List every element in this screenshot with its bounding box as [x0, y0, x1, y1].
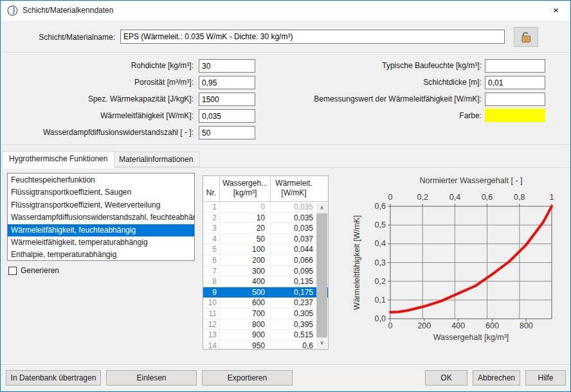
waermekapazitaet-input[interactable] [199, 93, 255, 106]
lock-button[interactable] [514, 27, 538, 47]
table-cell[interactable]: 0,305 [271, 308, 317, 319]
table-cell[interactable]: 500 [220, 287, 271, 298]
conductivity-chart: 00,20,40,60,810,00,10,20,30,40,50,602004… [338, 173, 566, 350]
table-cell[interactable]: 200 [220, 255, 271, 266]
table-cell[interactable]: 2 [203, 213, 220, 224]
table-row[interactable]: 95000,175 [203, 287, 328, 298]
table-row[interactable]: 51000,044 [203, 244, 328, 255]
table-row[interactable]: 106000,237 [203, 298, 328, 308]
list-item[interactable]: Feuchtespeicherfunktion [8, 174, 194, 186]
list-item[interactable]: Wasserdampfdiffusionswiderstandszahl, fe… [8, 211, 194, 224]
exportieren-button[interactable]: Exportieren [202, 370, 293, 386]
table-cell[interactable]: 12 [203, 319, 220, 330]
svg-text:200: 200 [417, 321, 431, 330]
svg-text:1: 1 [550, 193, 554, 202]
table-cell[interactable]: 4 [203, 234, 220, 245]
table-cell[interactable]: 400 [220, 276, 271, 287]
table-cell[interactable]: 800 [220, 319, 271, 330]
table-cell[interactable]: 3 [203, 223, 220, 234]
table-cell[interactable]: 20 [220, 223, 271, 234]
list-item[interactable]: Flüssigtransportkoeffizient, Saugen [8, 186, 194, 199]
table-cell[interactable]: 7 [203, 266, 220, 277]
table-row[interactable]: 100,035 [203, 202, 328, 213]
table-cell[interactable]: 300 [220, 266, 271, 277]
table-cell[interactable]: 100 [220, 244, 271, 255]
svg-text:800: 800 [520, 321, 533, 330]
table-cell[interactable]: 8 [203, 276, 220, 287]
table-scrollbar[interactable]: ∧ ∨ [316, 202, 327, 348]
list-item[interactable]: Flüssigtransportkoeffizient, Weiterverte… [8, 199, 194, 211]
table-cell[interactable]: 0,6 [271, 341, 317, 350]
baufeuchte-label: Typische Baufeuchte [kg/m³]: [269, 59, 482, 73]
table-cell[interactable]: 0,095 [271, 266, 317, 277]
tab-materialinformationen[interactable]: Materialinformationen [112, 152, 200, 167]
table-cell[interactable]: 600 [220, 298, 271, 308]
table-cell[interactable]: 5 [203, 244, 220, 255]
table-cell[interactable]: 0,035 [271, 202, 317, 213]
hilfe-button[interactable]: Hilfe [525, 370, 566, 386]
baufeuchte-input[interactable] [485, 59, 545, 73]
table-cell[interactable]: 14 [203, 341, 220, 350]
svg-text:0,0: 0,0 [375, 314, 386, 323]
bemessungswert-input[interactable] [485, 93, 545, 106]
table-row[interactable]: 84000,135 [203, 276, 328, 287]
list-item[interactable]: Wärmeleitfähigkeit, temperaturabhängig [8, 236, 194, 249]
table-row[interactable]: 73000,095 [203, 266, 328, 277]
table-cell[interactable]: 0,035 [271, 223, 317, 234]
color-swatch[interactable] [485, 109, 545, 122]
table-cell[interactable]: 9 [203, 287, 220, 298]
rohdichte-input[interactable] [199, 59, 255, 73]
table-cell[interactable]: 11 [203, 308, 220, 319]
table-cell[interactable]: 0 [220, 202, 271, 213]
ok-button[interactable]: OK [425, 370, 467, 386]
in-datenbank-uebertragen-button[interactable]: In Datenbank übertragen [6, 370, 101, 386]
table-cell[interactable]: 10 [203, 298, 220, 308]
table-cell[interactable]: 900 [220, 330, 271, 341]
table-cell[interactable]: 0,035 [271, 213, 317, 224]
table-row[interactable]: 4500,037 [203, 234, 328, 245]
table-row[interactable]: 117000,305 [203, 308, 328, 319]
list-item[interactable]: Wärmeleitfähigkeit, feuchteabhängig [8, 224, 194, 236]
table-cell[interactable]: 1 [203, 202, 220, 213]
table-cell[interactable]: 6 [203, 255, 220, 266]
table-row[interactable]: 149500,6 [203, 341, 328, 350]
einlesen-button[interactable]: Einlesen [106, 370, 197, 386]
tab-hygrothermische-funktionen[interactable]: Hygrothermische Funktionen [2, 151, 114, 168]
table-cell[interactable]: 13 [203, 330, 220, 341]
scroll-down-icon[interactable]: ∨ [316, 337, 327, 348]
scrollbar-thumb[interactable] [316, 213, 327, 337]
table-cell[interactable]: 0,237 [271, 298, 317, 308]
table-row[interactable]: 3200,035 [203, 223, 328, 234]
table-cell[interactable]: 50 [220, 234, 271, 245]
table-cell[interactable]: 950 [220, 341, 271, 350]
abbrechen-button[interactable]: Abbrechen [473, 370, 520, 386]
table-cell[interactable]: 0,175 [271, 287, 317, 298]
table-cell[interactable]: 0,135 [271, 276, 317, 287]
schichtdicke-label: Schichtdicke [m]: [269, 76, 482, 89]
list-item[interactable]: Enthalpie, temperaturabhängig [8, 249, 194, 261]
table-cell[interactable]: 10 [220, 213, 271, 224]
material-name-input[interactable] [120, 30, 505, 44]
schichtdicke-input[interactable] [485, 76, 545, 89]
svg-text:0,1: 0,1 [375, 296, 386, 305]
generieren-checkbox[interactable] [8, 267, 17, 275]
table-row[interactable]: 2100,035 [203, 213, 328, 224]
table-row[interactable]: 139000,515 [203, 330, 328, 341]
table-cell[interactable]: 0,515 [271, 330, 317, 341]
table-row[interactable]: 128000,395 [203, 319, 328, 330]
table-row[interactable]: 62000,066 [203, 255, 328, 266]
table-cell[interactable]: 0,044 [271, 244, 317, 255]
table-cell[interactable]: 0,395 [271, 319, 317, 330]
table-cell[interactable]: 700 [220, 308, 271, 319]
scroll-up-icon[interactable]: ∧ [316, 202, 327, 213]
table-cell[interactable]: 0,066 [271, 255, 317, 266]
diffusionswiderstand-input[interactable] [199, 126, 255, 139]
svg-text:0,4: 0,4 [375, 239, 386, 248]
waermeleitfaehigkeit-input[interactable] [199, 109, 255, 123]
data-table: Nr. Wassergeh...[kg/m³] Wärmeleit.[W/mK]… [203, 175, 329, 350]
dialog-window: Schicht/Materialkenndaten × Schicht/Mate… [0, 0, 571, 392]
porositaet-input[interactable] [199, 76, 255, 89]
close-icon[interactable]: × [541, 1, 570, 21]
function-list: FeuchtespeicherfunktionFlüssigtransportk… [7, 173, 195, 261]
table-cell[interactable]: 0,037 [271, 234, 317, 245]
